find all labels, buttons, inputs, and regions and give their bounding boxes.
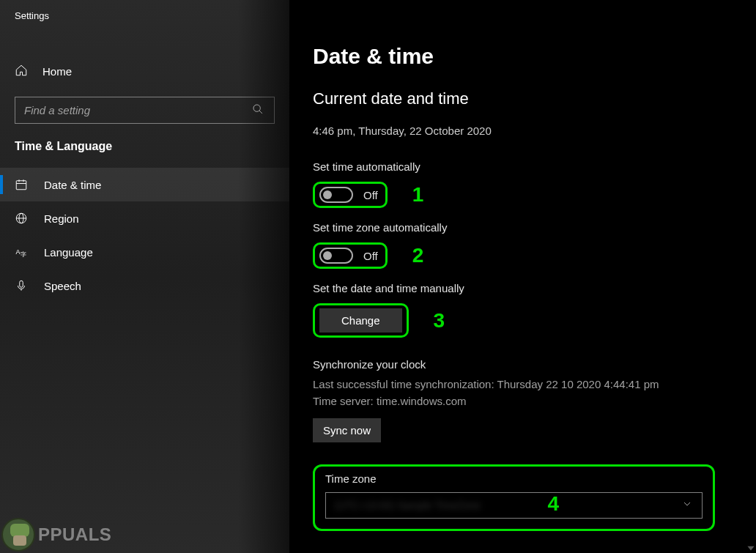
watermark: PPUALS bbox=[1, 518, 111, 552]
svg-rect-2 bbox=[16, 181, 26, 190]
svg-marker-13 bbox=[747, 546, 754, 551]
search-box[interactable] bbox=[15, 97, 275, 124]
scroll-down-hint-icon[interactable] bbox=[746, 543, 756, 553]
sidebar-item-label: Language bbox=[44, 246, 93, 259]
timezone-select[interactable]: (UTC+10:00) Sample TimeZone bbox=[325, 492, 703, 519]
sidebar-item-speech[interactable]: Speech bbox=[0, 269, 289, 303]
section-current-title: Current date and time bbox=[313, 89, 715, 108]
app-title: Settings bbox=[0, 10, 289, 21]
annotation-box-3: Change bbox=[313, 303, 409, 338]
calendar-icon bbox=[15, 178, 28, 191]
annotation-box-4: Time zone (UTC+10:00) Sample TimeZone 4 bbox=[313, 464, 715, 531]
sidebar-category: Time & Language bbox=[0, 124, 289, 168]
annotation-box-2: Off bbox=[313, 242, 388, 269]
toggle-set-tz-auto-state: Off bbox=[363, 250, 378, 262]
svg-rect-11 bbox=[20, 281, 23, 287]
sidebar-item-label: Speech bbox=[44, 280, 81, 292]
current-date-time: 4:46 pm, Thursday, 22 October 2020 bbox=[313, 125, 715, 137]
globe-icon bbox=[15, 212, 28, 225]
sidebar-item-label: Date & time bbox=[44, 179, 101, 191]
search-icon bbox=[242, 103, 274, 118]
annotation-2: 2 bbox=[412, 244, 424, 267]
sidebar: Settings Home Time & Language Date & tim… bbox=[0, 0, 289, 553]
svg-text:A: A bbox=[16, 248, 21, 256]
set-tz-auto-label: Set time zone automatically bbox=[313, 221, 715, 234]
timezone-value: (UTC+10:00) Sample TimeZone bbox=[335, 500, 481, 511]
watermark-avatar-icon bbox=[1, 518, 35, 552]
annotation-box-1: Off bbox=[313, 182, 388, 208]
annotation-1: 1 bbox=[412, 183, 424, 207]
set-time-auto-label: Set time automatically bbox=[313, 160, 715, 173]
toggle-set-time-auto[interactable] bbox=[319, 187, 353, 203]
change-row: Change 3 bbox=[313, 303, 715, 338]
svg-text:字: 字 bbox=[21, 251, 26, 258]
change-button[interactable]: Change bbox=[319, 308, 402, 333]
sync-last: Last successful time synchronization: Th… bbox=[313, 376, 715, 393]
toggle-set-time-auto-state: Off bbox=[363, 189, 378, 201]
sidebar-item-label: Region bbox=[44, 212, 79, 225]
sidebar-home[interactable]: Home bbox=[0, 56, 289, 86]
watermark-text: PPUALS bbox=[38, 524, 111, 545]
home-icon bbox=[15, 64, 28, 79]
sync-section: Synchronize your clock Last successful t… bbox=[313, 358, 715, 442]
set-manual-label: Set the date and time manually bbox=[313, 282, 715, 294]
sync-server: Time server: time.windows.com bbox=[313, 393, 715, 410]
svg-line-1 bbox=[259, 111, 262, 114]
sync-now-button[interactable]: Sync now bbox=[313, 418, 381, 442]
sync-title: Synchronize your clock bbox=[313, 358, 715, 371]
svg-point-0 bbox=[253, 105, 260, 111]
sidebar-item-region[interactable]: Region bbox=[0, 201, 289, 235]
annotation-3: 3 bbox=[434, 309, 445, 333]
sidebar-item-date-time[interactable]: Date & time bbox=[0, 168, 289, 201]
main-content: Date & time Current date and time 4:46 p… bbox=[289, 0, 756, 553]
toggle-set-tz-auto[interactable] bbox=[319, 248, 353, 264]
annotation-4: 4 bbox=[547, 492, 559, 516]
chevron-down-icon bbox=[681, 498, 693, 513]
sidebar-home-label: Home bbox=[42, 65, 72, 78]
sidebar-item-language[interactable]: A字 Language bbox=[0, 235, 289, 269]
search-input[interactable] bbox=[15, 104, 242, 116]
set-time-auto-row: Off 1 bbox=[313, 182, 715, 208]
mic-icon bbox=[15, 279, 28, 292]
sync-info: Last successful time synchronization: Th… bbox=[313, 376, 715, 409]
language-icon: A字 bbox=[15, 245, 28, 259]
set-tz-auto-row: Off 2 bbox=[313, 242, 715, 269]
timezone-label: Time zone bbox=[325, 472, 703, 485]
page-title: Date & time bbox=[313, 44, 715, 69]
